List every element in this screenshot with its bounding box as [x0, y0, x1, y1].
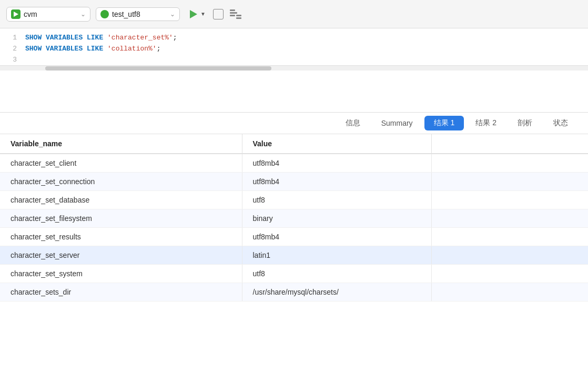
line-num-3: 3 — [0, 55, 25, 66]
line-content-1: SHOW VARIABLES LIKE 'character_set%'; — [25, 33, 588, 44]
cell-variable-name: character_set_filesystem — [0, 209, 242, 228]
play-icon — [187, 8, 199, 20]
kw-show-2: SHOW VARIABLES LIKE — [25, 45, 107, 53]
editor-area[interactable]: 1 SHOW VARIABLES LIKE 'character_set%'; … — [0, 28, 588, 113]
editor-horizontal-scrollbar[interactable] — [0, 65, 588, 71]
toolbar: cvm ⌄ test_utf8 ⌄ ▼ — [0, 0, 588, 28]
col-header-variable-name: Variable_name — [0, 134, 242, 154]
cell-value: utf8mb4 — [242, 228, 431, 246]
cell-extra — [431, 191, 588, 209]
cell-value: utf8 — [242, 265, 431, 283]
cell-variable-name: character_sets_dir — [0, 283, 242, 301]
tab-result2[interactable]: 结果 2 — [466, 116, 506, 130]
str-2: 'collation%' — [107, 45, 157, 53]
cell-extra — [431, 265, 588, 283]
table-row: character_set_connection utf8mb4 — [0, 173, 588, 191]
tab-info[interactable]: 信息 — [336, 116, 370, 130]
result-tabs: 信息 Summary 结果 1 结果 2 剖析 状态 — [0, 113, 588, 134]
table-row: character_set_results utf8mb4 — [0, 228, 588, 246]
tab-analyze[interactable]: 剖析 — [508, 116, 542, 130]
explain-button[interactable] — [229, 7, 242, 21]
cell-value: latin1 — [242, 246, 431, 265]
result-table: Variable_name Value character_set_client… — [0, 134, 588, 301]
run-button[interactable]: ▼ — [185, 6, 208, 22]
tab-result1[interactable]: 结果 1 — [424, 116, 464, 130]
cell-variable-name: character_set_results — [0, 228, 242, 246]
main-content: 1 SHOW VARIABLES LIKE 'character_set%'; … — [0, 28, 588, 382]
col-header-value: Value — [242, 134, 431, 154]
schema-selector[interactable]: test_utf8 ⌄ — [96, 7, 180, 21]
db-selector[interactable]: cvm ⌄ — [6, 7, 90, 22]
semi-2: ; — [157, 45, 161, 53]
cell-value: binary — [242, 209, 431, 228]
table-row: character_set_system utf8 — [0, 265, 588, 283]
svg-rect-6 — [236, 15, 241, 16]
table-header-row: Variable_name Value — [0, 134, 588, 154]
svg-rect-5 — [230, 15, 235, 16]
svg-rect-4 — [230, 12, 237, 14]
table-row: character_set_client utf8mb4 — [0, 154, 588, 173]
line-content-2: SHOW VARIABLES LIKE 'collation%'; — [25, 44, 588, 55]
cell-value: /usr/share/mysql/charsets/ — [242, 283, 431, 301]
table-row: character_set_server latin1 — [0, 246, 588, 265]
editor-lines: 1 SHOW VARIABLES LIKE 'character_set%'; … — [0, 33, 588, 65]
cell-extra — [431, 246, 588, 265]
cell-value: utf8mb4 — [242, 154, 431, 173]
db-chevron-icon: ⌄ — [80, 11, 86, 18]
table-row: character_set_database utf8 — [0, 191, 588, 209]
cell-value: utf8mb4 — [242, 173, 431, 191]
kw-show-1: SHOW VARIABLES LIKE — [25, 34, 107, 42]
result-table-wrap[interactable]: Variable_name Value character_set_client… — [0, 134, 588, 382]
cell-extra — [431, 173, 588, 191]
svg-rect-3 — [230, 9, 235, 11]
schema-icon — [100, 10, 109, 18]
line-num-1: 1 — [0, 33, 25, 44]
tab-summary[interactable]: Summary — [372, 116, 422, 130]
editor-line-1: 1 SHOW VARIABLES LIKE 'character_set%'; — [0, 33, 588, 44]
db-icon — [11, 9, 21, 19]
semi-1: ; — [173, 34, 177, 42]
cell-extra — [431, 209, 588, 228]
cell-variable-name: character_set_database — [0, 191, 242, 209]
schema-chevron-icon: ⌄ — [170, 11, 175, 18]
col-header-extra — [431, 134, 588, 154]
table-row: character_sets_dir /usr/share/mysql/char… — [0, 283, 588, 301]
cell-variable-name: character_set_system — [0, 265, 242, 283]
tab-status[interactable]: 状态 — [544, 116, 577, 130]
svg-marker-2 — [190, 10, 197, 18]
str-1: 'character_set%' — [107, 34, 173, 42]
stop-button[interactable] — [213, 9, 224, 19]
schema-selector-label: test_utf8 — [112, 10, 167, 18]
table-body: character_set_client utf8mb4 character_s… — [0, 154, 588, 301]
scrollbar-thumb[interactable] — [45, 66, 271, 71]
cell-extra — [431, 228, 588, 246]
db-selector-label: cvm — [24, 10, 77, 18]
cell-extra — [431, 154, 588, 173]
cell-value: utf8 — [242, 191, 431, 209]
cell-variable-name: character_set_server — [0, 246, 242, 265]
editor-line-2: 2 SHOW VARIABLES LIKE 'collation%'; — [0, 44, 588, 55]
run-dropdown-chevron-icon: ▼ — [200, 11, 206, 17]
line-content-3 — [25, 55, 588, 66]
cell-variable-name: character_set_connection — [0, 173, 242, 191]
svg-rect-7 — [236, 17, 241, 19]
line-num-2: 2 — [0, 44, 25, 55]
table-row: character_set_filesystem binary — [0, 209, 588, 228]
editor-line-3: 3 — [0, 55, 588, 66]
cell-extra — [431, 283, 588, 301]
cell-variable-name: character_set_client — [0, 154, 242, 173]
